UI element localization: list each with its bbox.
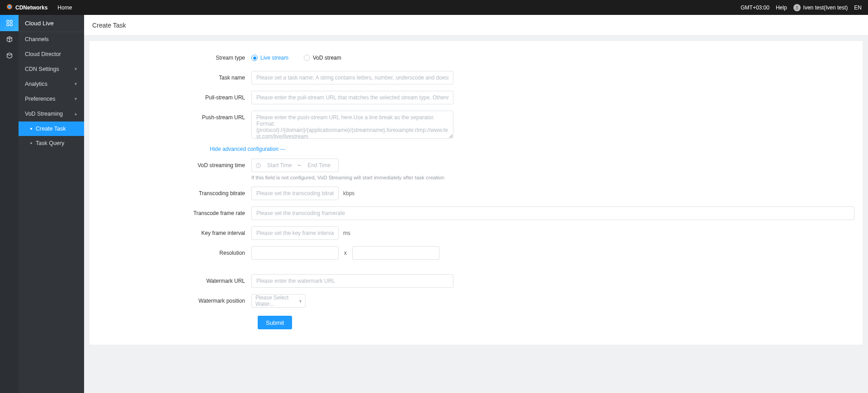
label-watermark-url: Watermark URL bbox=[98, 274, 251, 288]
icon-rail bbox=[0, 15, 19, 393]
brand: CDNetworks bbox=[6, 4, 47, 11]
watermark-url-input[interactable] bbox=[251, 274, 453, 288]
radio-label: Live stream bbox=[260, 51, 288, 65]
sidebar-item-label: Analytics bbox=[25, 77, 47, 92]
row-watermark-url: Watermark URL bbox=[98, 274, 854, 288]
sidebar-item-label: Cloud Director bbox=[25, 47, 61, 62]
radio-disc-icon bbox=[251, 55, 258, 61]
timezone[interactable]: GMT+03:00 bbox=[741, 5, 769, 11]
row-pull-url: Pull-stream URL bbox=[98, 91, 854, 104]
page-title: Create Task bbox=[84, 15, 868, 36]
bullet-icon bbox=[30, 142, 32, 144]
pull-url-input[interactable] bbox=[251, 91, 453, 104]
sidebar-item-preferences[interactable]: Preferences ▼ bbox=[19, 92, 84, 107]
vod-time-range[interactable]: Start Time ~ End Time bbox=[251, 159, 339, 172]
sidebar: Cloud Live Channels Cloud Director CDN S… bbox=[19, 15, 84, 393]
svg-point-1 bbox=[8, 5, 11, 9]
user-menu[interactable]: Iven test(Iven test) bbox=[793, 4, 848, 11]
unit-kbps: kbps bbox=[343, 190, 354, 196]
topbar: CDNetworks Home GMT+03:00 Help Iven test… bbox=[0, 0, 868, 15]
label-watermark-position: Watermark position bbox=[98, 294, 251, 308]
row-watermark-position: Watermark position Please Select Water..… bbox=[98, 294, 854, 308]
vod-time-note: If this field is not configured, VoD Str… bbox=[251, 175, 444, 180]
label-bitrate: Transcoding bitrate bbox=[98, 187, 251, 200]
push-url-textarea[interactable] bbox=[251, 111, 453, 139]
row-framerate: Transcode frame rate bbox=[98, 206, 854, 220]
label-resolution: Resolution bbox=[98, 246, 251, 260]
row-resolution: Resolution x bbox=[98, 246, 854, 260]
row-keyframe: Key frame interval ms bbox=[98, 226, 854, 240]
sidebar-sub-label: Task Query bbox=[36, 136, 64, 150]
row-bitrate: Transcoding bitrate kbps bbox=[98, 187, 854, 200]
user-label: Iven test(Iven test) bbox=[803, 5, 848, 11]
topbar-right: GMT+03:00 Help Iven test(Iven test) EN bbox=[741, 4, 862, 11]
bullet-icon bbox=[30, 128, 32, 130]
resolution-separator: x bbox=[343, 250, 348, 256]
label-pull-url: Pull-stream URL bbox=[98, 91, 251, 104]
label-stream-type: Stream type bbox=[98, 51, 251, 65]
toggle-advanced-link[interactable]: Hide advanced configuration --- bbox=[210, 146, 285, 152]
brand-logo-icon bbox=[6, 4, 13, 11]
row-push-url: Push-stream URL bbox=[98, 111, 854, 139]
svg-rect-4 bbox=[10, 20, 12, 23]
resolution-width-input[interactable] bbox=[251, 246, 339, 260]
label-task-name: Task name bbox=[98, 71, 251, 84]
chevron-down-icon: ▼ bbox=[74, 92, 78, 107]
svg-rect-6 bbox=[10, 23, 12, 26]
sidebar-sub-create-task[interactable]: Create Task bbox=[19, 122, 84, 136]
range-separator: ~ bbox=[298, 162, 301, 168]
help-link[interactable]: Help bbox=[776, 5, 787, 11]
sidebar-item-label: Preferences bbox=[25, 92, 55, 107]
svg-point-2 bbox=[796, 6, 797, 7]
row-task-name: Task name bbox=[98, 71, 854, 84]
task-name-input[interactable] bbox=[251, 71, 453, 84]
sidebar-sub-label: Create Task bbox=[36, 122, 66, 136]
unit-ms: ms bbox=[343, 230, 350, 236]
radio-live-stream[interactable]: Live stream bbox=[251, 51, 288, 65]
chevron-up-icon: ▲ bbox=[74, 107, 78, 122]
sidebar-sub-task-query[interactable]: Task Query bbox=[19, 136, 84, 150]
nav-home[interactable]: Home bbox=[57, 5, 72, 11]
sidebar-item-vod-streaming[interactable]: VoD Streaming ▲ bbox=[19, 107, 84, 122]
label-keyframe: Key frame interval bbox=[98, 226, 251, 240]
end-time-placeholder: End Time bbox=[304, 162, 335, 168]
svg-rect-5 bbox=[7, 23, 9, 26]
sidebar-item-label: Channels bbox=[25, 32, 49, 47]
sidebar-section-title: Cloud Live bbox=[19, 15, 84, 32]
chevron-down-icon: ▾ bbox=[299, 299, 302, 304]
resolution-height-input[interactable] bbox=[352, 246, 439, 260]
submit-row: Submit bbox=[258, 316, 854, 329]
radio-vod-stream[interactable]: VoD stream bbox=[304, 51, 341, 65]
sidebar-item-cdn-settings[interactable]: CDN Settings ▼ bbox=[19, 62, 84, 77]
chevron-down-icon: ▼ bbox=[74, 62, 78, 77]
watermark-position-select[interactable]: Please Select Water... ▾ bbox=[251, 294, 306, 308]
brand-text: CDNetworks bbox=[15, 5, 47, 11]
clock-icon bbox=[255, 163, 261, 168]
sidebar-item-cloud-director[interactable]: Cloud Director bbox=[19, 47, 84, 62]
label-push-url: Push-stream URL bbox=[98, 111, 251, 124]
row-stream-type: Stream type Live stream VoD stream bbox=[98, 51, 854, 65]
radio-disc-icon bbox=[304, 55, 310, 61]
main: Create Task Stream type Live stream VoD … bbox=[84, 15, 868, 393]
sidebar-item-analytics[interactable]: Analytics ▼ bbox=[19, 77, 84, 92]
lang-switch[interactable]: EN bbox=[854, 5, 862, 11]
rail-globe-icon[interactable] bbox=[0, 47, 19, 64]
chevron-down-icon: ▼ bbox=[74, 77, 78, 92]
svg-rect-3 bbox=[7, 20, 9, 23]
keyframe-input[interactable] bbox=[251, 226, 339, 240]
label-framerate: Transcode frame rate bbox=[98, 206, 251, 220]
framerate-input[interactable] bbox=[251, 206, 854, 220]
sidebar-item-label: CDN Settings bbox=[25, 62, 59, 77]
sidebar-item-channels[interactable]: Channels bbox=[19, 32, 84, 47]
rail-dashboard-icon[interactable] bbox=[0, 15, 19, 31]
row-vod-time: VoD streaming time Start Time ~ End Time… bbox=[98, 159, 854, 180]
start-time-placeholder: Start Time bbox=[264, 162, 295, 168]
sidebar-item-label: VoD Streaming bbox=[25, 107, 63, 122]
label-vod-time: VoD streaming time bbox=[98, 159, 251, 172]
avatar-icon bbox=[793, 4, 801, 11]
select-placeholder: Please Select Water... bbox=[255, 295, 299, 307]
bitrate-input[interactable] bbox=[251, 187, 339, 200]
rail-box-icon[interactable] bbox=[0, 31, 19, 47]
radio-label: VoD stream bbox=[313, 51, 341, 65]
submit-button[interactable]: Submit bbox=[258, 316, 292, 329]
